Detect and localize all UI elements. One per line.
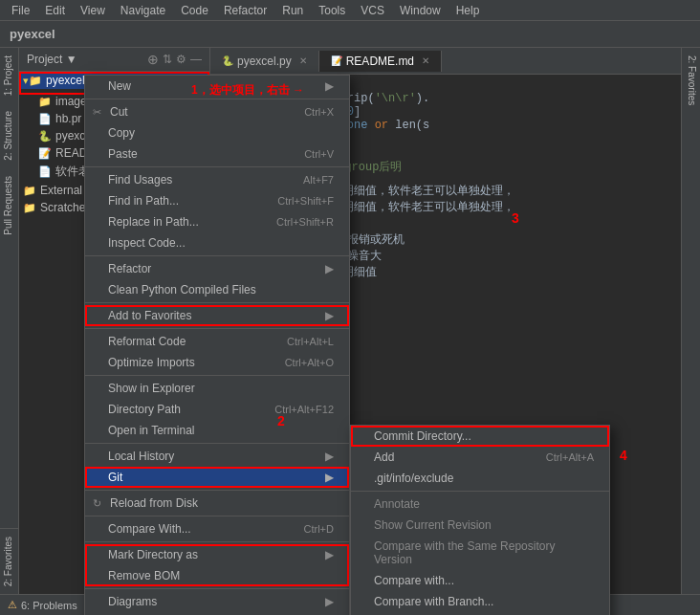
right-tabs: 2: Favorites: [681, 48, 700, 615]
annotation-4: 4: [620, 448, 627, 463]
separator3: [85, 255, 349, 256]
menu-cut[interactable]: ✂ Cut Ctrl+X: [85, 101, 349, 122]
pyexcel-py-icon: 🐍: [222, 55, 233, 66]
app-title: pyexcel: [10, 27, 55, 41]
title-bar: pyexcel: [0, 21, 700, 48]
warning-icon: ⚠: [8, 599, 17, 611]
arrow-icon3: ▶: [325, 309, 334, 322]
sub-separator1: [351, 491, 609, 492]
tab-readme-md[interactable]: 📝 README.md ✕: [319, 51, 442, 72]
submenu-commit-directory[interactable]: Commit Directory...: [351, 426, 609, 447]
project-add-icon[interactable]: ⊕: [147, 52, 159, 67]
scratches-folder-icon: 📁: [23, 202, 36, 214]
arrow-icon7: ▶: [325, 595, 334, 608]
separator7: [85, 443, 349, 444]
menu-git[interactable]: Git ▶: [85, 467, 349, 488]
menu-diagrams[interactable]: Diagrams ▶: [85, 591, 349, 612]
menu-bar: File Edit View Navigate Code Refactor Ru…: [0, 0, 700, 21]
menu-show-in-explorer[interactable]: Show in Explorer: [85, 378, 349, 399]
submenu-show-current-revision[interactable]: Show Current Revision: [351, 515, 609, 536]
menu-paste[interactable]: Paste Ctrl+V: [85, 143, 349, 165]
project-settings-icon[interactable]: ⚙: [176, 53, 186, 66]
separator8: [85, 490, 349, 491]
git-submenu: Commit Directory... Add Ctrl+Alt+A .git/…: [350, 425, 610, 615]
close-tab-readme[interactable]: ✕: [422, 55, 429, 66]
menu-vcs[interactable]: VCS: [353, 2, 392, 19]
menu-replace-in-path[interactable]: Replace in Path... Ctrl+Shift+R: [85, 211, 349, 232]
menu-refactor[interactable]: Refactor: [216, 2, 274, 19]
sidebar-item-project[interactable]: 1: Project: [0, 48, 18, 103]
menu-compare-with[interactable]: Compare With... Ctrl+D: [85, 518, 349, 539]
project-header-title: Project ▼: [27, 53, 147, 66]
menu-navigate[interactable]: Navigate: [113, 2, 173, 19]
menu-run[interactable]: Run: [274, 2, 311, 19]
menu-window[interactable]: Window: [392, 2, 448, 19]
close-tab-pyexcel[interactable]: ✕: [299, 55, 307, 66]
sidebar-item-favorites-bottom[interactable]: 2: Favorites: [0, 529, 16, 594]
submenu-annotate[interactable]: Annotate: [351, 494, 609, 515]
menu-open-in-terminal[interactable]: Open in Terminal: [85, 420, 349, 441]
ext-folder-icon: 📁: [23, 185, 36, 197]
arrow-icon6: ▶: [325, 548, 334, 561]
menu-add-to-favorites[interactable]: Add to Favorites ▶: [85, 305, 349, 326]
submenu-add[interactable]: Add Ctrl+Alt+A: [351, 447, 609, 468]
submenu-gitinfo[interactable]: .git/info/exclude: [351, 468, 609, 489]
folder-icon: 📁: [38, 96, 52, 108]
menu-clean-python[interactable]: Clean Python Compiled Files: [85, 279, 349, 300]
bottom-left-tabs: 2: Favorites: [0, 528, 19, 594]
menu-reformat-code[interactable]: Reformat Code Ctrl+Alt+L: [85, 331, 349, 352]
folder-icon: ▾📁: [23, 75, 42, 87]
separator11: [85, 588, 349, 589]
separator10: [85, 541, 349, 542]
context-menu: New ▶ ✂ Cut Ctrl+X Copy Paste Ctrl+V Fin…: [84, 75, 350, 615]
menu-edit[interactable]: Edit: [37, 2, 73, 19]
project-minimize-icon[interactable]: —: [190, 53, 202, 66]
menu-help[interactable]: Help: [448, 2, 488, 19]
file-icon: 📄: [38, 113, 52, 125]
reload-icon: ↻: [93, 497, 108, 510]
menu-file[interactable]: File: [4, 2, 37, 19]
menu-mark-directory-as[interactable]: Mark Directory as ▶: [85, 544, 349, 565]
menu-view[interactable]: View: [73, 2, 113, 19]
md-icon: 📝: [38, 147, 52, 160]
menu-inspect-code[interactable]: Inspect Code...: [85, 232, 349, 253]
arrow-icon: ▶: [325, 79, 334, 93]
arrow-icon2: ▶: [325, 262, 334, 275]
submenu-compare-branch[interactable]: Compare with Branch...: [351, 591, 609, 612]
annotation-3: 3: [512, 210, 519, 226]
submenu-compare-same-repo[interactable]: Compare with the Same Repository Version: [351, 536, 609, 570]
menu-directory-path[interactable]: Directory Path Ctrl+Alt+F12: [85, 399, 349, 420]
menu-reload-from-disk[interactable]: ↻ Reload from Disk: [85, 493, 349, 514]
project-sync-icon[interactable]: ⇅: [163, 53, 172, 66]
readme-icon: 📝: [331, 55, 342, 66]
menu-refactor[interactable]: Refactor ▶: [85, 258, 349, 279]
problems-panel[interactable]: ⚠ 6: Problems: [8, 599, 77, 611]
menu-local-history[interactable]: Local History ▶: [85, 446, 349, 467]
annotation-1: 1，选中项目，右击 →: [191, 82, 304, 99]
menu-code[interactable]: Code: [173, 2, 216, 19]
arrow-icon4: ▶: [325, 450, 334, 463]
annotation-2: 2: [277, 413, 285, 428]
sidebar-item-structure[interactable]: 2: Structure: [0, 103, 18, 168]
py-icon: 🐍: [38, 130, 52, 143]
tab-pyexcel-py[interactable]: 🐍 pyexcel.py ✕: [210, 51, 319, 72]
submenu-compare-with[interactable]: Compare with...: [351, 570, 609, 591]
menu-find-in-path[interactable]: Find in Path... Ctrl+Shift+F: [85, 190, 349, 211]
cut-icon: ✂: [93, 106, 108, 119]
sidebar-item-pull-requests[interactable]: Pull Requests: [0, 168, 18, 243]
menu-find-usages[interactable]: Find Usages Alt+F7: [85, 169, 349, 190]
menu-remove-bom[interactable]: Remove BOM: [85, 565, 349, 586]
project-header: Project ▼ ⊕ ⇅ ⚙ —: [19, 48, 209, 72]
separator2: [85, 166, 349, 167]
separator9: [85, 516, 349, 516]
file-icon2: 📄: [38, 165, 52, 178]
menu-tools[interactable]: Tools: [311, 2, 353, 19]
arrow-icon5: ▶: [325, 471, 334, 484]
separator: [85, 99, 349, 99]
menu-optimize-imports[interactable]: Optimize Imports Ctrl+Alt+O: [85, 352, 349, 373]
sidebar-item-favorites[interactable]: 2: Favorites: [682, 48, 700, 113]
separator4: [85, 302, 349, 303]
editor-tabs: 🐍 pyexcel.py ✕ 📝 README.md ✕: [210, 48, 681, 75]
separator5: [85, 328, 349, 329]
menu-copy[interactable]: Copy: [85, 122, 349, 143]
